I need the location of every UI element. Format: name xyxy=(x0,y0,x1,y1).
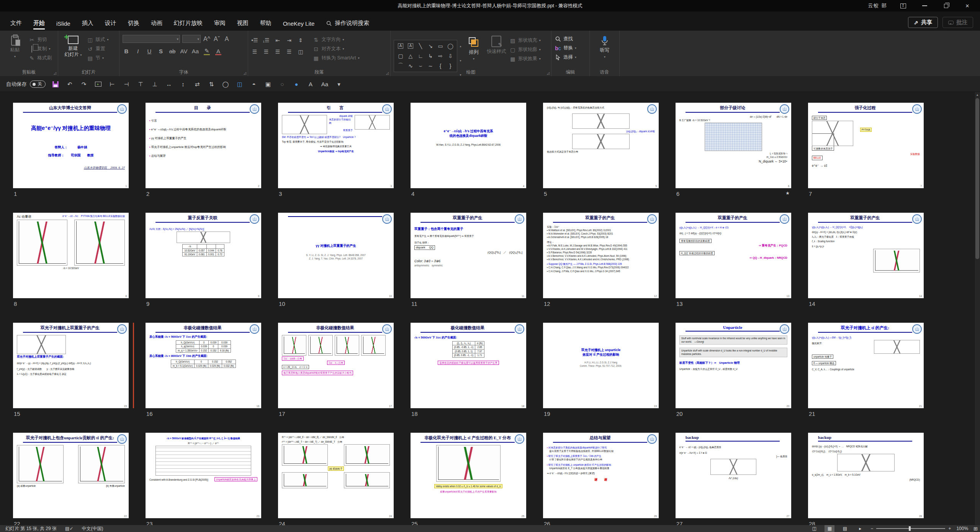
align-left-icon[interactable]: ⊢ xyxy=(108,80,116,89)
account-name[interactable]: 云蛟 部 xyxy=(868,2,887,9)
shape-arc-icon[interactable]: ⌣ xyxy=(419,62,422,69)
slide-position-indicator[interactable]: 幻灯片 第 15 张, 共 29 张 xyxy=(5,525,57,532)
shape-outline-button[interactable]: ▢形状轮廓▾ xyxy=(509,46,541,53)
shape-arrow-icon[interactable]: ↘ xyxy=(428,43,433,49)
dialog-launcher-icon[interactable]: ◿ xyxy=(54,71,56,75)
shape-freeform-icon[interactable]: ⌒ xyxy=(398,62,403,69)
paste-button[interactable]: 粘贴 ▾ xyxy=(3,33,27,67)
autosave-toggle[interactable]: 自动保存 关 xyxy=(6,80,46,88)
tab-开始[interactable]: 开始 xyxy=(28,16,50,31)
slide-thumbnail[interactable]: e⁺e⁻→cc̄qq̄→h's 过程中四夸克系统的色连接及diquark碎裂W.… xyxy=(411,103,526,188)
align-bottom-icon[interactable]: ⊥ xyxy=(151,80,159,89)
tab-设计[interactable]: 设计 xyxy=(100,16,121,31)
zoom-level[interactable]: 100% xyxy=(956,526,968,531)
slide-thumbnail[interactable]: 强子化过程山部分子末态PYTHIA可测量的末态强子实验数据BELLEe⁺e⁻ →… xyxy=(808,103,924,188)
slide-thumbnail[interactable]: 双光子对撞机上包含unparticle贡献的 tt̄ 的产生:山(a) 标量un… xyxy=(13,433,129,518)
center-vertically-icon[interactable]: ↕ xyxy=(179,80,187,89)
change-case-icon[interactable]: Aa xyxy=(321,80,329,89)
ribbon-display-options-button[interactable]: ↥ xyxy=(897,2,909,10)
font-name-combo[interactable]: ▾ xyxy=(123,35,180,43)
merge-shapes-icon[interactable]: ◓ xyxy=(250,80,258,89)
new-slide-button[interactable]: 新建 幻灯片 ▾ xyxy=(61,33,85,67)
slide-thumbnail[interactable]: 重子反重子关联山ΛcΛ̄c 关联：δ(Λc,Λ̄c) = 2N(ΛcΛ̄c) ／… xyxy=(146,213,261,298)
slide-thumbnail[interactable]: backupe⁺e⁻ → cc̄ + qq̄：(cq̄)₁(c̄q)₁ 色单态重… xyxy=(676,433,791,518)
tab-视图[interactable]: 视图 xyxy=(232,16,254,31)
save-icon[interactable] xyxy=(51,80,60,89)
copy-button[interactable]: 复制▾ xyxy=(28,46,52,52)
minimize-button[interactable] xyxy=(919,2,930,10)
more-commands-icon[interactable]: ▾ xyxy=(335,80,343,89)
slide-thumbnail[interactable]: Λc 动量谱e⁺e⁻→cc̄→Λc: PYTHIA 预言结果与 BELLE实验数… xyxy=(13,213,129,298)
oval-filled-icon[interactable]: ● xyxy=(292,80,301,89)
tab-插入[interactable]: 插入 xyxy=(77,16,98,31)
shape-line-icon[interactable]: ╲ xyxy=(419,43,422,49)
slideshow-view-button[interactable]: ▸ xyxy=(855,525,865,532)
tab-帮助[interactable]: 帮助 xyxy=(255,16,276,31)
slide-thumbnail[interactable]: 非极化碰撞数值结果山质心系能量 √s = 500GeV 下 Ξcc 的产生截面:… xyxy=(146,323,261,408)
share-button[interactable]: ⇗ 共享 xyxy=(908,17,938,28)
distribute-vertically-icon[interactable]: ⇅ xyxy=(207,80,216,89)
shape-right-brace-icon[interactable]: } xyxy=(450,63,452,69)
slide-thumbnail[interactable]: R⁽ᵀ⁾ = |dσ⁽ᵀ⁾↑↓/dM_tt̄ − dσ↑↑/dM_tt̄| ／ … xyxy=(278,433,394,518)
fit-to-window-button[interactable]: ⊞ xyxy=(973,526,978,532)
text-direction-button[interactable]: ⇅文字方向▾ xyxy=(312,36,359,43)
slide-thumbnail[interactable]: 双重重子的产生山γ(p₁,λ₁)+γ(p₂,λ₂) → H_QQ'(λ)+X：σ… xyxy=(676,213,791,298)
shape-text-box-icon[interactable]: A xyxy=(398,43,403,49)
slide-thumbnail[interactable]: 总结与展望山▪ 对末态多部分子系统的色连接及diquark碎裂进行了研究 提出用… xyxy=(543,433,659,518)
layout-button[interactable]: ◫版式▾ xyxy=(87,36,108,43)
increase-indent-icon[interactable]: ⇥ xyxy=(286,37,293,43)
tell-me-search[interactable]: 操作说明搜索 xyxy=(319,16,373,31)
zoom-slider-thumb[interactable] xyxy=(909,526,911,531)
tab-切换[interactable]: 切换 xyxy=(123,16,144,31)
slide-thumbnail[interactable]: 非极化双光子对撞机上 tt̄ 产生过程的 E_T 分布山Valley exist… xyxy=(411,433,526,518)
align-center-icon[interactable]: ☰ xyxy=(263,49,270,55)
group-icon[interactable]: ▣ xyxy=(264,80,272,89)
shape-rounded-rectangle-icon[interactable]: ▢ xyxy=(398,53,403,59)
shape-vertical-text-box-icon[interactable]: A xyxy=(408,43,413,49)
reset-button[interactable]: ↺重置 xyxy=(87,46,108,52)
dictate-button[interactable]: 听写 ▾ xyxy=(593,33,617,67)
bold-button[interactable]: B xyxy=(123,48,130,54)
slide-thumbnail[interactable]: 双光子对撞机上 unparticle效应对 tt̄ 产生过程的影响H.F.Li,… xyxy=(543,323,659,408)
vertical-scrollbar[interactable]: ▴ xyxy=(974,92,980,525)
restore-button[interactable] xyxy=(940,2,952,10)
font-color-button[interactable]: A xyxy=(214,48,222,54)
slide-thumbnail[interactable]: 双光子对撞机上 tt̄ 的产生:山γ(p₁,λ₁)+γ(p₂,λ₂) —SM→ … xyxy=(808,323,924,408)
spellcheck-icon[interactable]: ▤✓ xyxy=(65,526,73,531)
change-case-button[interactable]: Aa xyxy=(191,48,199,54)
highlight-color-button[interactable]: ✎ xyxy=(203,48,211,54)
shape-left-brace-icon[interactable]: { xyxy=(440,63,442,69)
shape-rectangle-icon[interactable]: ▭ xyxy=(438,43,443,49)
language-indicator[interactable]: 中文(中国) xyxy=(82,525,103,532)
text-shadow-button[interactable]: S xyxy=(157,48,165,54)
align-right-icon[interactable]: ⊣ xyxy=(122,80,131,89)
zoom-in-button[interactable]: + xyxy=(948,526,951,531)
zoom-slider[interactable] xyxy=(876,528,945,529)
quick-styles-button[interactable]: 快速样式 xyxy=(485,33,507,67)
line-spacing-icon[interactable]: ⇕ xyxy=(297,37,304,43)
scroll-up-icon[interactable]: ▴ xyxy=(975,93,980,97)
shape-effects-button[interactable]: ▩形状效果▾ xyxy=(509,56,541,62)
scrollbar-thumb[interactable] xyxy=(975,98,979,259)
insert-textbox-icon[interactable]: A xyxy=(306,80,315,89)
shape-down-arrow-icon[interactable]: ⇩ xyxy=(448,53,453,59)
dialog-launcher-icon[interactable]: ◿ xyxy=(386,71,389,75)
tab-iSlide[interactable]: iSlide xyxy=(51,17,75,31)
numbering-icon[interactable]: ₁☰ xyxy=(263,37,270,43)
align-right-icon[interactable]: ☰ xyxy=(274,49,281,55)
shape-scribble-icon[interactable]: ∿ xyxy=(408,63,413,69)
zoom-out-button[interactable]: − xyxy=(870,526,873,531)
slide-thumbnail[interactable]: Unparticle山Stuff with nontrivial scale i… xyxy=(676,323,791,408)
slide-thumbnail[interactable]: 山东大学博士论文答辩山高能e⁺e⁻/γγ 对撞机上的重味物理答辩人： 杨中娟指导… xyxy=(13,103,129,188)
align-left-icon[interactable]: ☰ xyxy=(251,49,258,55)
tab-文件[interactable]: 文件 xyxy=(5,16,27,31)
redo-icon[interactable]: ↷ xyxy=(80,80,88,89)
section-button[interactable]: ▤节▾ xyxy=(87,55,108,61)
shape-elbow-connector-icon[interactable]: ∟ xyxy=(418,53,423,59)
slide-sorter-view-button[interactable]: ▦ xyxy=(825,525,834,532)
close-button[interactable]: ✕ xyxy=(962,2,973,10)
dialog-launcher-icon[interactable]: ◿ xyxy=(547,71,550,75)
bullets-icon[interactable]: •☰ xyxy=(251,37,258,43)
reading-view-button[interactable]: ▤ xyxy=(840,525,850,532)
shape-oval-icon[interactable]: ◯ xyxy=(221,80,230,89)
